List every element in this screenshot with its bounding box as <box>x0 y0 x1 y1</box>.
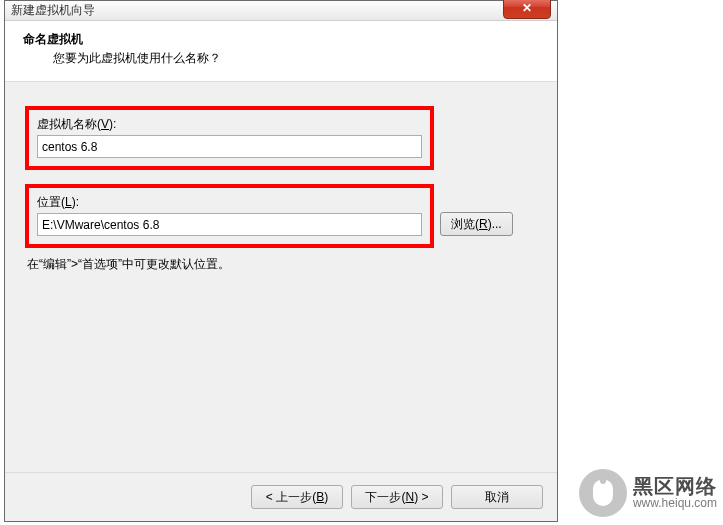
header-subtitle: 您要为此虚拟机使用什么名称？ <box>23 50 539 67</box>
cancel-button[interactable]: 取消 <box>451 485 543 509</box>
close-button[interactable]: ✕ <box>503 0 551 19</box>
wizard-footer: < 上一步(B) 下一步(N) > 取消 <box>5 472 557 521</box>
window-title: 新建虚拟机向导 <box>11 2 95 19</box>
back-button[interactable]: < 上一步(B) <box>251 485 343 509</box>
wizard-window: 新建虚拟机向导 ✕ 命名虚拟机 您要为此虚拟机使用什么名称？ 虚拟机名称(V):… <box>4 0 558 522</box>
header-title: 命名虚拟机 <box>23 31 539 48</box>
hint-text: 在“编辑”>“首选项”中可更改默认位置。 <box>27 256 537 273</box>
watermark: 黑区网络 www.heiqu.com <box>579 469 717 517</box>
location-label: 位置(L): <box>37 194 422 211</box>
next-button[interactable]: 下一步(N) > <box>351 485 443 509</box>
wizard-header: 命名虚拟机 您要为此虚拟机使用什么名称？ <box>5 21 557 82</box>
watermark-logo-icon <box>579 469 627 517</box>
watermark-cn: 黑区网络 <box>633 475 717 497</box>
browse-button[interactable]: 浏览(R)... <box>440 212 513 236</box>
watermark-text: 黑区网络 www.heiqu.com <box>633 475 717 510</box>
location-group: 位置(L): <box>25 184 434 248</box>
location-input[interactable] <box>37 213 422 236</box>
wizard-content: 虚拟机名称(V): 位置(L): 浏览(R)... 在“编辑”>“首选项”中可更… <box>5 82 557 472</box>
vm-name-label: 虚拟机名称(V): <box>37 116 422 133</box>
location-row: 位置(L): 浏览(R)... <box>25 184 537 248</box>
vm-name-input[interactable] <box>37 135 422 158</box>
vm-name-group: 虚拟机名称(V): <box>25 106 434 170</box>
watermark-url: www.heiqu.com <box>633 497 717 510</box>
titlebar: 新建虚拟机向导 ✕ <box>5 1 557 21</box>
close-icon: ✕ <box>522 1 532 15</box>
